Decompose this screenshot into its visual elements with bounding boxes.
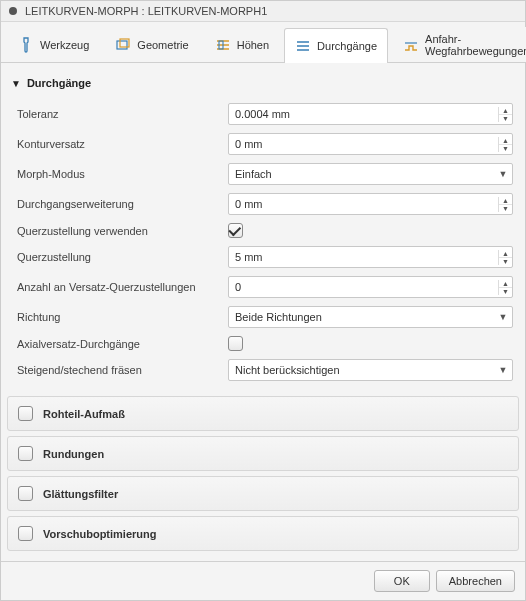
row-contour-offset: Konturversatz 0 mm ▲▼ <box>13 129 513 159</box>
chevron-down-icon: ▼ <box>494 312 512 322</box>
chevron-down-icon: ▼ <box>494 169 512 179</box>
select-direction[interactable]: Beide Richtungen ▼ <box>228 306 513 328</box>
tab-moves-label: Anfahr-Wegfahrbewegungen <box>425 33 526 57</box>
tab-passes[interactable]: Durchgänge <box>284 28 388 63</box>
dialog-window: LEITKURVEN-MORPH : LEITKURVEN-MORPH1 Wer… <box>0 0 526 601</box>
checkbox-feedopt[interactable] <box>18 526 33 541</box>
tab-heights[interactable]: Höhen <box>204 27 280 62</box>
select-morph-mode[interactable]: Einfach ▼ <box>228 163 513 185</box>
group-stock[interactable]: Rohteil-Aufmaß <box>7 396 519 431</box>
checkbox-fillets[interactable] <box>18 446 33 461</box>
checkbox-stock[interactable] <box>18 406 33 421</box>
svg-rect-0 <box>117 41 127 49</box>
tab-moves[interactable]: Anfahr-Wegfahrbewegungen <box>392 27 526 62</box>
section-passes-header[interactable]: ▼ Durchgänge <box>7 69 519 99</box>
row-pass-extension: Durchgangserweiterung 0 mm ▲▼ <box>13 189 513 219</box>
chevron-down-icon: ▼ <box>11 78 21 89</box>
checkbox-axial-offset[interactable] <box>228 336 243 351</box>
moves-icon <box>403 37 419 53</box>
cancel-button[interactable]: Abbrechen <box>436 570 515 592</box>
label-offset-stepovers: Anzahl an Versatz-Querzustellungen <box>13 281 228 293</box>
group-fillets-label: Rundungen <box>43 448 104 460</box>
row-direction: Richtung Beide Richtungen ▼ <box>13 302 513 332</box>
label-contour-offset: Konturversatz <box>13 138 228 150</box>
label-tolerance: Toleranz <box>13 108 228 120</box>
svg-rect-1 <box>120 39 129 47</box>
spinner-tolerance[interactable]: ▲▼ <box>498 107 512 122</box>
row-use-stepover: Querzustellung verwenden <box>13 219 513 242</box>
chevron-down-icon: ▼ <box>494 365 512 375</box>
checkbox-smoothing[interactable] <box>18 486 33 501</box>
section-passes-title: Durchgänge <box>27 77 91 89</box>
row-climb-conv: Steigend/stechend fräsen Nicht berücksic… <box>13 355 513 385</box>
tab-tool-label: Werkzeug <box>40 39 89 51</box>
tab-passes-label: Durchgänge <box>317 40 377 52</box>
passes-icon <box>295 38 311 54</box>
spinner-contour-offset[interactable]: ▲▼ <box>498 137 512 152</box>
group-smoothing-label: Glättungsfilter <box>43 488 118 500</box>
tab-heights-label: Höhen <box>237 39 269 51</box>
row-stepover: Querzustellung 5 mm ▲▼ <box>13 242 513 272</box>
input-pass-extension[interactable]: 0 mm ▲▼ <box>228 193 513 215</box>
spinner-offset-stepovers[interactable]: ▲▼ <box>498 280 512 295</box>
group-fillets[interactable]: Rundungen <box>7 436 519 471</box>
spinner-pass-extension[interactable]: ▲▼ <box>498 197 512 212</box>
checkbox-use-stepover[interactable] <box>228 223 243 238</box>
input-contour-offset[interactable]: 0 mm ▲▼ <box>228 133 513 155</box>
tab-bar: Werkzeug Geometrie Höhen Durchgänge Anfa… <box>1 22 525 63</box>
passes-form: Toleranz 0.0004 mm ▲▼ Konturversatz 0 mm… <box>7 99 519 391</box>
tab-geometry[interactable]: Geometrie <box>104 27 199 62</box>
group-smoothing[interactable]: Glättungsfilter <box>7 476 519 511</box>
group-feedopt[interactable]: Vorschuboptimierung <box>7 516 519 551</box>
geometry-icon <box>115 37 131 53</box>
window-title: LEITKURVEN-MORPH : LEITKURVEN-MORPH1 <box>25 5 267 17</box>
ok-button[interactable]: OK <box>374 570 430 592</box>
label-direction: Richtung <box>13 311 228 323</box>
heights-icon <box>215 37 231 53</box>
content-area: ▼ Durchgänge Toleranz 0.0004 mm ▲▼ Kontu… <box>1 63 525 561</box>
titlebar: LEITKURVEN-MORPH : LEITKURVEN-MORPH1 <box>1 1 525 22</box>
tool-icon <box>18 37 34 53</box>
label-pass-extension: Durchgangserweiterung <box>13 198 228 210</box>
row-morph-mode: Morph-Modus Einfach ▼ <box>13 159 513 189</box>
input-stepover[interactable]: 5 mm ▲▼ <box>228 246 513 268</box>
input-tolerance[interactable]: 0.0004 mm ▲▼ <box>228 103 513 125</box>
select-climb-conv[interactable]: Nicht berücksichtigen ▼ <box>228 359 513 381</box>
footer: OK Abbrechen <box>1 561 525 600</box>
row-tolerance: Toleranz 0.0004 mm ▲▼ <box>13 99 513 129</box>
window-bullet-icon <box>9 7 17 15</box>
tab-geometry-label: Geometrie <box>137 39 188 51</box>
tab-tool[interactable]: Werkzeug <box>7 27 100 62</box>
label-axial-offset: Axialversatz-Durchgänge <box>13 338 228 350</box>
row-offset-stepovers: Anzahl an Versatz-Querzustellungen 0 ▲▼ <box>13 272 513 302</box>
label-morph-mode: Morph-Modus <box>13 168 228 180</box>
input-offset-stepovers[interactable]: 0 ▲▼ <box>228 276 513 298</box>
group-stock-label: Rohteil-Aufmaß <box>43 408 125 420</box>
spinner-stepover[interactable]: ▲▼ <box>498 250 512 265</box>
row-axial-offset: Axialversatz-Durchgänge <box>13 332 513 355</box>
label-climb-conv: Steigend/stechend fräsen <box>13 364 228 376</box>
label-stepover: Querzustellung <box>13 251 228 263</box>
label-use-stepover: Querzustellung verwenden <box>13 225 228 237</box>
group-feedopt-label: Vorschuboptimierung <box>43 528 156 540</box>
